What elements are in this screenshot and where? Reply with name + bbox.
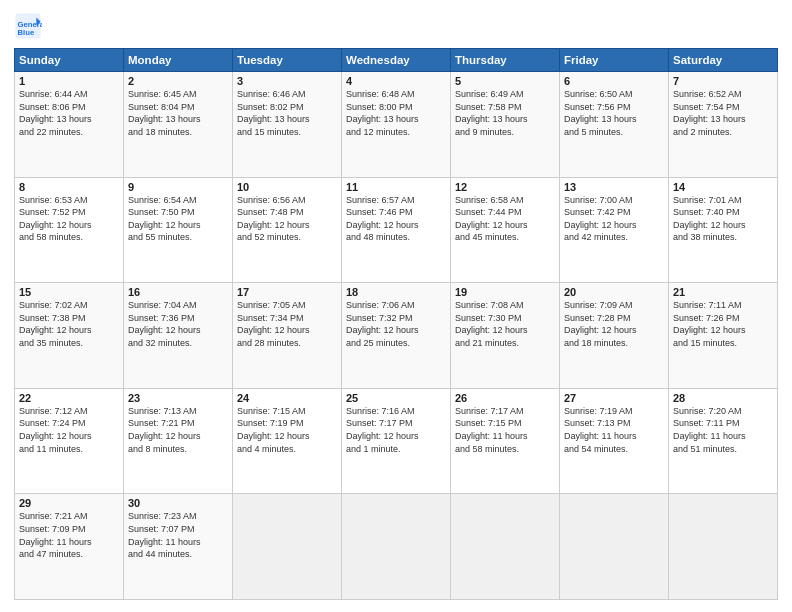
day-info: Sunrise: 6:54 AMSunset: 7:50 PMDaylight:… [128, 194, 228, 244]
week-row-2: 8Sunrise: 6:53 AMSunset: 7:52 PMDaylight… [15, 177, 778, 283]
day-info: Sunrise: 7:13 AMSunset: 7:21 PMDaylight:… [128, 405, 228, 455]
day-info: Sunrise: 6:58 AMSunset: 7:44 PMDaylight:… [455, 194, 555, 244]
day-cell: 22Sunrise: 7:12 AMSunset: 7:24 PMDayligh… [15, 388, 124, 494]
day-number: 14 [673, 181, 773, 193]
day-number: 6 [564, 75, 664, 87]
col-header-sunday: Sunday [15, 49, 124, 72]
day-info: Sunrise: 6:53 AMSunset: 7:52 PMDaylight:… [19, 194, 119, 244]
day-cell [342, 494, 451, 600]
day-number: 2 [128, 75, 228, 87]
day-info: Sunrise: 6:44 AMSunset: 8:06 PMDaylight:… [19, 88, 119, 138]
header-row: SundayMondayTuesdayWednesdayThursdayFrid… [15, 49, 778, 72]
day-cell: 20Sunrise: 7:09 AMSunset: 7:28 PMDayligh… [560, 283, 669, 389]
day-cell: 2Sunrise: 6:45 AMSunset: 8:04 PMDaylight… [124, 72, 233, 178]
day-number: 20 [564, 286, 664, 298]
day-cell: 5Sunrise: 6:49 AMSunset: 7:58 PMDaylight… [451, 72, 560, 178]
day-cell: 17Sunrise: 7:05 AMSunset: 7:34 PMDayligh… [233, 283, 342, 389]
day-cell [560, 494, 669, 600]
day-number: 24 [237, 392, 337, 404]
day-cell: 11Sunrise: 6:57 AMSunset: 7:46 PMDayligh… [342, 177, 451, 283]
day-info: Sunrise: 7:16 AMSunset: 7:17 PMDaylight:… [346, 405, 446, 455]
col-header-thursday: Thursday [451, 49, 560, 72]
day-number: 12 [455, 181, 555, 193]
day-cell: 15Sunrise: 7:02 AMSunset: 7:38 PMDayligh… [15, 283, 124, 389]
day-cell: 30Sunrise: 7:23 AMSunset: 7:07 PMDayligh… [124, 494, 233, 600]
day-cell: 19Sunrise: 7:08 AMSunset: 7:30 PMDayligh… [451, 283, 560, 389]
col-header-wednesday: Wednesday [342, 49, 451, 72]
day-cell: 25Sunrise: 7:16 AMSunset: 7:17 PMDayligh… [342, 388, 451, 494]
day-cell: 8Sunrise: 6:53 AMSunset: 7:52 PMDaylight… [15, 177, 124, 283]
day-number: 5 [455, 75, 555, 87]
day-number: 4 [346, 75, 446, 87]
day-number: 22 [19, 392, 119, 404]
day-info: Sunrise: 7:21 AMSunset: 7:09 PMDaylight:… [19, 510, 119, 560]
day-number: 23 [128, 392, 228, 404]
day-info: Sunrise: 7:11 AMSunset: 7:26 PMDaylight:… [673, 299, 773, 349]
day-cell: 9Sunrise: 6:54 AMSunset: 7:50 PMDaylight… [124, 177, 233, 283]
day-info: Sunrise: 7:06 AMSunset: 7:32 PMDaylight:… [346, 299, 446, 349]
day-number: 25 [346, 392, 446, 404]
day-info: Sunrise: 6:56 AMSunset: 7:48 PMDaylight:… [237, 194, 337, 244]
day-info: Sunrise: 6:52 AMSunset: 7:54 PMDaylight:… [673, 88, 773, 138]
col-header-saturday: Saturday [669, 49, 778, 72]
week-row-4: 22Sunrise: 7:12 AMSunset: 7:24 PMDayligh… [15, 388, 778, 494]
header: General Blue [14, 12, 778, 40]
day-number: 1 [19, 75, 119, 87]
day-cell: 3Sunrise: 6:46 AMSunset: 8:02 PMDaylight… [233, 72, 342, 178]
day-cell: 6Sunrise: 6:50 AMSunset: 7:56 PMDaylight… [560, 72, 669, 178]
day-number: 28 [673, 392, 773, 404]
day-info: Sunrise: 7:17 AMSunset: 7:15 PMDaylight:… [455, 405, 555, 455]
day-info: Sunrise: 7:04 AMSunset: 7:36 PMDaylight:… [128, 299, 228, 349]
day-cell: 27Sunrise: 7:19 AMSunset: 7:13 PMDayligh… [560, 388, 669, 494]
day-number: 17 [237, 286, 337, 298]
day-info: Sunrise: 7:09 AMSunset: 7:28 PMDaylight:… [564, 299, 664, 349]
day-cell: 18Sunrise: 7:06 AMSunset: 7:32 PMDayligh… [342, 283, 451, 389]
day-info: Sunrise: 6:50 AMSunset: 7:56 PMDaylight:… [564, 88, 664, 138]
page: General Blue SundayMondayTuesdayWednesda… [0, 0, 792, 612]
day-cell [233, 494, 342, 600]
day-cell: 1Sunrise: 6:44 AMSunset: 8:06 PMDaylight… [15, 72, 124, 178]
day-info: Sunrise: 7:19 AMSunset: 7:13 PMDaylight:… [564, 405, 664, 455]
day-cell: 24Sunrise: 7:15 AMSunset: 7:19 PMDayligh… [233, 388, 342, 494]
day-number: 8 [19, 181, 119, 193]
day-number: 19 [455, 286, 555, 298]
day-number: 26 [455, 392, 555, 404]
logo: General Blue [14, 12, 46, 40]
day-cell: 14Sunrise: 7:01 AMSunset: 7:40 PMDayligh… [669, 177, 778, 283]
day-info: Sunrise: 7:23 AMSunset: 7:07 PMDaylight:… [128, 510, 228, 560]
day-info: Sunrise: 7:05 AMSunset: 7:34 PMDaylight:… [237, 299, 337, 349]
day-info: Sunrise: 7:01 AMSunset: 7:40 PMDaylight:… [673, 194, 773, 244]
day-number: 29 [19, 497, 119, 509]
col-header-friday: Friday [560, 49, 669, 72]
day-number: 30 [128, 497, 228, 509]
day-info: Sunrise: 7:00 AMSunset: 7:42 PMDaylight:… [564, 194, 664, 244]
day-info: Sunrise: 7:08 AMSunset: 7:30 PMDaylight:… [455, 299, 555, 349]
day-number: 15 [19, 286, 119, 298]
day-info: Sunrise: 6:45 AMSunset: 8:04 PMDaylight:… [128, 88, 228, 138]
day-number: 21 [673, 286, 773, 298]
day-cell: 7Sunrise: 6:52 AMSunset: 7:54 PMDaylight… [669, 72, 778, 178]
day-cell: 4Sunrise: 6:48 AMSunset: 8:00 PMDaylight… [342, 72, 451, 178]
day-info: Sunrise: 7:15 AMSunset: 7:19 PMDaylight:… [237, 405, 337, 455]
day-cell: 12Sunrise: 6:58 AMSunset: 7:44 PMDayligh… [451, 177, 560, 283]
day-info: Sunrise: 6:57 AMSunset: 7:46 PMDaylight:… [346, 194, 446, 244]
day-info: Sunrise: 6:49 AMSunset: 7:58 PMDaylight:… [455, 88, 555, 138]
day-cell: 28Sunrise: 7:20 AMSunset: 7:11 PMDayligh… [669, 388, 778, 494]
day-number: 27 [564, 392, 664, 404]
day-cell: 29Sunrise: 7:21 AMSunset: 7:09 PMDayligh… [15, 494, 124, 600]
day-info: Sunrise: 7:12 AMSunset: 7:24 PMDaylight:… [19, 405, 119, 455]
col-header-monday: Monday [124, 49, 233, 72]
svg-text:Blue: Blue [18, 28, 35, 37]
day-cell: 13Sunrise: 7:00 AMSunset: 7:42 PMDayligh… [560, 177, 669, 283]
day-cell: 21Sunrise: 7:11 AMSunset: 7:26 PMDayligh… [669, 283, 778, 389]
day-cell: 26Sunrise: 7:17 AMSunset: 7:15 PMDayligh… [451, 388, 560, 494]
calendar-table: SundayMondayTuesdayWednesdayThursdayFrid… [14, 48, 778, 600]
day-number: 7 [673, 75, 773, 87]
day-number: 11 [346, 181, 446, 193]
day-number: 16 [128, 286, 228, 298]
day-cell: 10Sunrise: 6:56 AMSunset: 7:48 PMDayligh… [233, 177, 342, 283]
week-row-5: 29Sunrise: 7:21 AMSunset: 7:09 PMDayligh… [15, 494, 778, 600]
day-number: 13 [564, 181, 664, 193]
day-number: 9 [128, 181, 228, 193]
col-header-tuesday: Tuesday [233, 49, 342, 72]
